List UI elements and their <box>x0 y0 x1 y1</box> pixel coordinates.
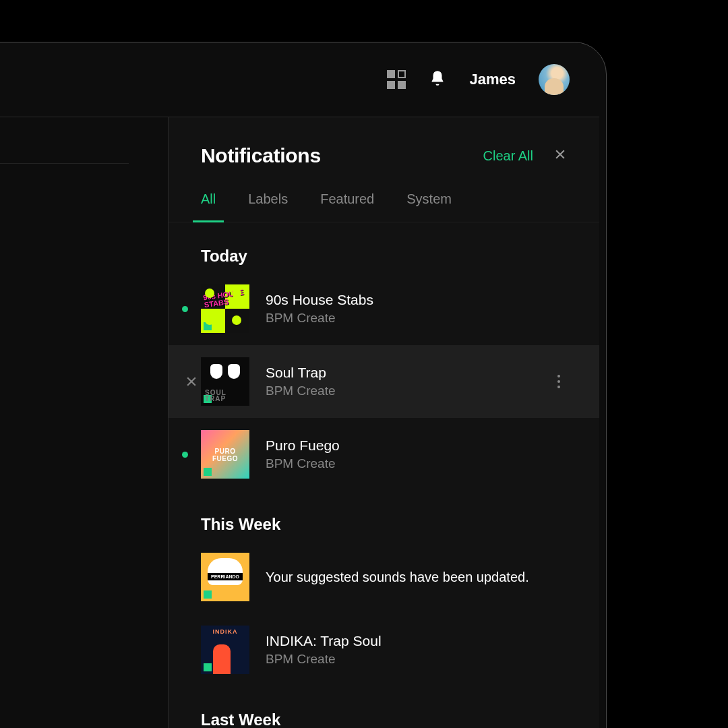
notification-row[interactable]: Puro FuegoBPM Create <box>169 418 599 491</box>
more-icon[interactable] <box>551 375 567 388</box>
sidebar-area <box>0 117 169 728</box>
notification-subtitle: BPM Create <box>266 311 567 326</box>
username[interactable]: James <box>469 71 516 88</box>
tab-system[interactable]: System <box>406 191 452 222</box>
section-label: Today <box>169 222 599 272</box>
notification-text: INDIKA: Trap SoulBPM Create <box>266 633 567 667</box>
notification-row[interactable]: 90s House StabsBPM Create <box>169 272 599 345</box>
dismiss-icon[interactable] <box>182 375 201 388</box>
notification-row[interactable]: Soul TrapBPM Create <box>169 345 599 418</box>
notification-text: Your suggested sounds have been updated. <box>266 570 567 585</box>
thumb-badge <box>204 322 212 330</box>
thumb-badge <box>204 590 212 599</box>
tab-featured[interactable]: Featured <box>320 191 374 222</box>
unread-dot <box>182 306 188 312</box>
thumb-badge <box>204 395 212 403</box>
notification-text: Puro FuegoBPM Create <box>266 437 567 471</box>
notification-subtitle: BPM Create <box>266 652 567 667</box>
notification-subtitle: BPM Create <box>266 384 551 398</box>
notification-title: 90s House Stabs <box>266 292 567 308</box>
topbar: James <box>0 42 606 117</box>
notification-title: Puro Fuego <box>266 437 567 454</box>
notification-thumbnail <box>201 357 249 406</box>
notifications-panel: Notifications Clear All AllLabelsFeature… <box>168 117 599 728</box>
section-label: Last Week <box>169 686 599 728</box>
device-frame: James Notifications Clear All AllLabelsF… <box>0 42 607 728</box>
notification-text: 90s House StabsBPM Create <box>266 292 567 326</box>
tab-labels[interactable]: Labels <box>248 191 288 222</box>
panel-header: Notifications Clear All <box>169 117 599 167</box>
section-label: This Week <box>169 491 599 541</box>
unread-dot <box>182 452 188 458</box>
notification-title: INDIKA: Trap Soul <box>266 633 567 649</box>
thumb-badge <box>204 663 212 671</box>
notification-row[interactable]: Your suggested sounds have been updated. <box>169 541 599 613</box>
bell-icon[interactable] <box>429 69 446 90</box>
notification-text: Soul TrapBPM Create <box>266 365 551 398</box>
notification-row[interactable]: INDIKA: Trap SoulBPM Create <box>169 613 599 686</box>
close-icon[interactable] <box>553 148 567 164</box>
notification-subtitle: BPM Create <box>266 456 567 471</box>
notification-message: Your suggested sounds have been updated. <box>266 570 567 585</box>
avatar[interactable] <box>539 64 570 95</box>
thumb-badge <box>204 468 212 476</box>
panel-title: Notifications <box>201 144 483 167</box>
notification-thumbnail <box>201 626 249 674</box>
notification-thumbnail <box>201 284 249 333</box>
notification-title: Soul Trap <box>266 365 551 381</box>
notification-thumbnail <box>201 553 249 601</box>
apps-grid-icon[interactable] <box>387 70 406 89</box>
notification-thumbnail <box>201 430 249 479</box>
tabs: AllLabelsFeaturedSystem <box>169 167 599 222</box>
tab-all[interactable]: All <box>201 191 216 222</box>
clear-all-button[interactable]: Clear All <box>483 148 533 164</box>
